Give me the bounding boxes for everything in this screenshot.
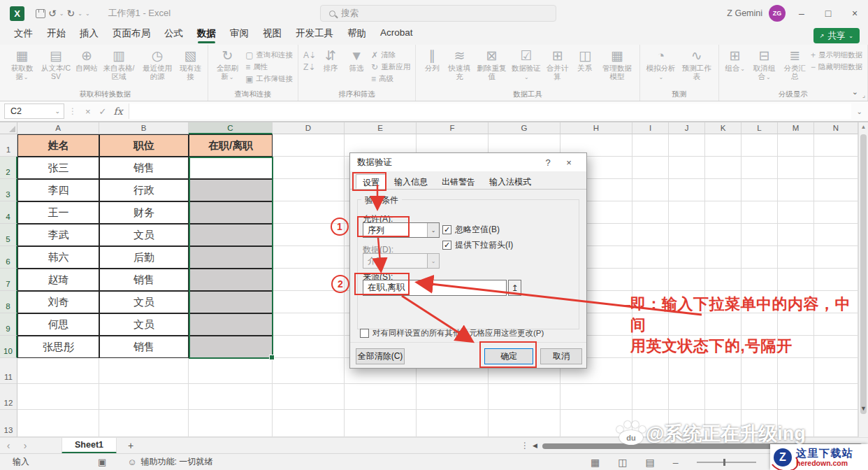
cell-B11[interactable] (99, 358, 189, 384)
cell-K4[interactable] (705, 201, 742, 224)
cell-A5[interactable]: 李武 (17, 224, 99, 246)
accessibility-status[interactable]: ☺ 辅助功能: 一切就绪 (127, 456, 212, 468)
cell-I1[interactable] (632, 134, 669, 157)
refresh-all-button[interactable]: ↻全部刷新⌄ (213, 48, 242, 82)
cell-J1[interactable] (669, 134, 705, 157)
flash-fill-button[interactable]: ≋快速填充 (447, 48, 472, 80)
cell-L1[interactable] (742, 134, 778, 157)
cell-J11[interactable] (669, 358, 705, 384)
redo-caret-icon[interactable]: ⌄ (78, 10, 82, 17)
cell-N1[interactable] (814, 134, 858, 157)
cell-I6[interactable] (632, 246, 669, 269)
cell-I12[interactable] (632, 384, 669, 410)
collapse-ribbon-icon[interactable]: ⌄ (852, 87, 858, 97)
cell-I4[interactable] (632, 201, 669, 224)
menu-tab-developer[interactable]: 开发工具 (289, 25, 340, 45)
row-header-11[interactable]: 11 (0, 358, 17, 384)
cell-A3[interactable]: 李四 (17, 179, 99, 201)
cell-I2[interactable] (632, 157, 669, 179)
col-header-A[interactable]: A (17, 122, 99, 134)
cell-D3[interactable] (273, 179, 345, 201)
cell-J12[interactable] (669, 384, 705, 410)
cell-N2[interactable] (814, 157, 858, 179)
cell-M6[interactable] (778, 246, 814, 269)
cell-C1[interactable]: 在职/离职 (189, 134, 273, 157)
cancel-entry-icon[interactable]: × (85, 106, 91, 117)
cell-D10[interactable] (273, 336, 345, 358)
cell-C5[interactable] (189, 224, 273, 246)
cell-B5[interactable]: 文员 (99, 224, 189, 246)
cell-H12[interactable] (560, 384, 632, 410)
vertical-scrollbar[interactable]: ▲ ▼ (858, 122, 868, 437)
remove-duplicates-button[interactable]: ⊠删除重复值 (476, 48, 508, 80)
col-header-J[interactable]: J (669, 122, 705, 134)
tab-settings[interactable]: 设置 (356, 174, 386, 189)
queries-connections-button[interactable]: ▢查询和连接 (245, 50, 293, 61)
cell-F13[interactable] (417, 410, 489, 437)
cell-M7[interactable] (778, 269, 814, 291)
page-layout-view-icon[interactable]: ◫ (618, 457, 627, 468)
row-header-9[interactable]: 9 (0, 313, 17, 336)
col-header-C[interactable]: C (189, 122, 273, 134)
cell-J5[interactable] (669, 224, 705, 246)
cell-N11[interactable] (814, 358, 858, 384)
prev-sheet-icon[interactable]: ‹ (0, 440, 17, 451)
cell-G13[interactable] (489, 410, 560, 437)
sheet-tab-sheet1[interactable]: Sheet1 (62, 438, 117, 454)
allow-caret-icon[interactable]: ⌄ (427, 223, 439, 237)
col-header-D[interactable]: D (273, 122, 345, 134)
apply-all-check-icon[interactable] (360, 329, 369, 338)
add-sheet-icon[interactable]: + (117, 440, 145, 451)
subtotal-button[interactable]: ≣分类汇总 (783, 48, 807, 80)
cell-D2[interactable] (273, 157, 345, 179)
sort-descending-button[interactable]: Z⇣ (303, 62, 316, 73)
insert-function-icon[interactable]: fx (114, 106, 123, 117)
text-to-columns-button[interactable]: ∥分列 (421, 48, 443, 72)
cell-C12[interactable] (189, 384, 273, 410)
cell-I5[interactable] (632, 224, 669, 246)
cell-C6[interactable] (189, 246, 273, 269)
row-header-3[interactable]: 3 (0, 179, 17, 201)
cell-J7[interactable] (669, 269, 705, 291)
cell-C9[interactable] (189, 313, 273, 336)
tab-error-alert[interactable]: 出错警告 (435, 174, 482, 189)
manage-data-model-button[interactable]: ▦管理数据模型 (600, 48, 635, 80)
close-button[interactable]: × (841, 0, 868, 27)
col-header-H[interactable]: H (560, 122, 632, 134)
dialog-help-icon[interactable]: ? (537, 157, 558, 168)
cell-N6[interactable] (814, 246, 858, 269)
cell-L2[interactable] (742, 157, 778, 179)
cell-N13[interactable] (814, 410, 858, 437)
col-header-L[interactable]: L (742, 122, 778, 134)
cell-I11[interactable] (632, 358, 669, 384)
cell-B12[interactable] (99, 384, 189, 410)
what-if-analysis-button[interactable]: ◔模拟分析⌄ (645, 48, 677, 82)
cell-J2[interactable] (669, 157, 705, 179)
menu-tab-home[interactable]: 开始 (40, 25, 73, 45)
cell-D9[interactable] (273, 313, 345, 336)
cell-J3[interactable] (669, 179, 705, 201)
redo-icon[interactable]: ↻ (66, 8, 75, 19)
cell-K2[interactable] (705, 157, 742, 179)
cell-K1[interactable] (705, 134, 742, 157)
cell-C13[interactable] (189, 410, 273, 437)
clear-all-button[interactable]: 全部清除(C) (356, 348, 405, 364)
group-button[interactable]: ⊞组合⌄ (724, 48, 746, 73)
maximize-button[interactable]: □ (815, 0, 841, 27)
menu-tab-review[interactable]: 审阅 (223, 25, 256, 45)
scroll-down-icon[interactable]: ▼ (859, 405, 868, 412)
avatar[interactable]: ZG (769, 5, 786, 22)
recent-sources-button[interactable]: ◷最近使用的源 (140, 48, 175, 80)
row-header-4[interactable]: 4 (0, 201, 17, 224)
cell-A9[interactable]: 何思 (17, 313, 99, 336)
cell-M11[interactable] (778, 358, 814, 384)
minimize-button[interactable]: – (788, 0, 815, 27)
col-header-N[interactable]: N (814, 122, 858, 134)
zoom-slider-thumb[interactable] (723, 459, 725, 466)
cell-C7[interactable] (189, 269, 273, 291)
cell-L4[interactable] (742, 201, 778, 224)
cell-C10[interactable] (189, 336, 273, 358)
cell-B6[interactable]: 后勤 (99, 246, 189, 269)
row-header-6[interactable]: 6 (0, 246, 17, 269)
get-data-button[interactable]: ▦获取数据⌄ (8, 48, 36, 82)
